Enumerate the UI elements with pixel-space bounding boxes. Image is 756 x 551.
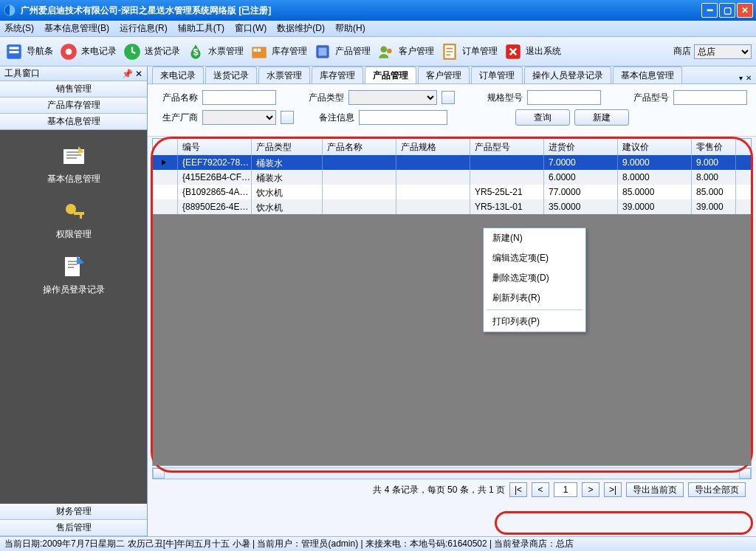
tab-dropdown-icon[interactable]: ▾: [739, 74, 743, 82]
tab-order[interactable]: 订单管理: [471, 66, 523, 83]
tab-loginlog[interactable]: 操作人员登录记录: [524, 66, 611, 83]
table-row[interactable]: {EEF79202-78… 桶装水 7.0000 9.0000 9.000: [153, 155, 751, 170]
col-sale[interactable]: 零售价: [692, 139, 736, 155]
grid-wrap: 编号 产品类型 产品名称 产品规格 产品型号 进货价 建议价 零售价 {EEF7…: [148, 137, 756, 536]
menu-data[interactable]: 数据维护(D): [277, 22, 325, 35]
close-button[interactable]: ✕: [737, 3, 753, 18]
col-select[interactable]: [153, 139, 178, 155]
tool-customer[interactable]: 客户管理: [377, 42, 434, 61]
col-inprice[interactable]: 进货价: [544, 139, 618, 155]
tool-nav-label: 导航条: [27, 45, 53, 58]
sidebar-item-permission[interactable]: 权限管理: [0, 199, 147, 241]
tool-order[interactable]: 订单管理: [440, 42, 498, 61]
pin-icon[interactable]: 📌 ✕: [122, 69, 142, 79]
cell-spec: [396, 199, 470, 214]
page-last-button[interactable]: >|: [604, 482, 622, 497]
page-input[interactable]: [554, 482, 577, 497]
tab-delivery[interactable]: 送货记录: [205, 66, 257, 83]
filter-remark-input[interactable]: [359, 110, 447, 125]
side-section-aftersale[interactable]: 售后管理: [0, 520, 147, 536]
store-select[interactable]: 总店: [694, 44, 752, 59]
new-button[interactable]: 新建: [574, 109, 629, 126]
cell-sale: 9.000: [692, 155, 736, 170]
sidebar-item-baseinfo[interactable]: 基本信息管理: [0, 143, 147, 185]
cell-sale: 39.000: [692, 199, 736, 214]
tool-nav[interactable]: 导航条: [4, 42, 53, 61]
horizontal-scrollbar[interactable]: [152, 468, 752, 479]
col-sugprice[interactable]: 建议价: [618, 139, 692, 155]
tool-ticket[interactable]: $水票管理: [186, 42, 244, 61]
menu-runtime[interactable]: 运行信息(R): [120, 22, 168, 35]
query-button[interactable]: 查询: [515, 109, 570, 126]
tab-calllog[interactable]: 来电记录: [152, 66, 204, 83]
table-row[interactable]: {B1092865-4A… 饮水机 YR5-25L-21 77.0000 85.…: [153, 185, 751, 199]
type-picker-icon[interactable]: [441, 91, 455, 104]
calllog-icon: [59, 42, 78, 61]
filter-model-input[interactable]: [673, 90, 747, 105]
tool-ticket-label: 水票管理: [208, 45, 244, 58]
tool-stock[interactable]: 库存管理: [250, 42, 307, 61]
tab-close-icon[interactable]: ✕: [746, 74, 752, 82]
annotation-highlight: [495, 511, 753, 535]
page-next-button[interactable]: >: [582, 482, 599, 497]
page-summary: 共 4 条记录，每页 50 条，共 1 页: [373, 484, 505, 496]
tab-product[interactable]: 产品管理: [365, 66, 416, 83]
side-section-stock[interactable]: 产品库存管理: [0, 97, 147, 114]
side-section-sales[interactable]: 销售管理: [0, 81, 147, 97]
ctx-print[interactable]: 打印列表(P): [484, 312, 585, 332]
tool-product[interactable]: 产品管理: [313, 42, 371, 61]
export-page-button[interactable]: 导出当前页: [626, 482, 684, 497]
tab-customer[interactable]: 客户管理: [418, 66, 470, 83]
scroll-left-icon[interactable]: [153, 468, 165, 479]
col-name[interactable]: 产品名称: [323, 139, 396, 155]
side-section-finance[interactable]: 财务管理: [0, 504, 147, 520]
table-row[interactable]: {88950E26-4E… 饮水机 YR5-13L-01 35.0000 39.…: [153, 199, 751, 214]
menu-system[interactable]: 系统(S): [4, 22, 34, 35]
page-first-button[interactable]: |<: [509, 482, 527, 497]
side-section-baseinfo[interactable]: 基本信息管理: [0, 114, 147, 130]
ctx-refresh[interactable]: 刷新列表(R): [484, 288, 585, 308]
tool-calllog[interactable]: 来电记录: [59, 42, 117, 61]
export-all-button[interactable]: 导出全部页: [688, 482, 746, 497]
tab-stock[interactable]: 库存管理: [312, 66, 363, 83]
svg-rect-2: [10, 47, 19, 49]
table-row[interactable]: {415E26B4-CF… 桶装水 6.0000 8.0000 8.000: [153, 170, 751, 185]
filter-name-input[interactable]: [202, 90, 276, 105]
scroll-right-icon[interactable]: [739, 468, 751, 479]
cell-inprice: 6.0000: [544, 170, 618, 185]
vendor-picker-icon[interactable]: [281, 111, 294, 124]
menu-help[interactable]: 帮助(H): [335, 22, 365, 35]
cell-type: 饮水机: [252, 199, 323, 214]
menu-bar: 系统(S) 基本信息管理(B) 运行信息(R) 辅助工具(T) 窗口(W) 数据…: [0, 21, 756, 37]
menu-window[interactable]: 窗口(W): [235, 22, 267, 35]
col-spec[interactable]: 产品规格: [396, 139, 470, 155]
col-type[interactable]: 产品类型: [252, 139, 323, 155]
order-icon: [440, 42, 459, 61]
tab-baseinfo[interactable]: 基本信息管理: [613, 66, 682, 83]
tool-delivery-label: 送货记录: [145, 45, 180, 58]
minimize-button[interactable]: ━: [701, 3, 718, 18]
sidebar-item-label: 基本信息管理: [0, 173, 147, 185]
tool-stock-label: 库存管理: [272, 45, 307, 58]
filter-spec-input[interactable]: [527, 90, 601, 105]
filter-type-select[interactable]: [348, 90, 437, 105]
cell-inprice: 7.0000: [544, 155, 618, 170]
context-menu: 新建(N) 编辑选定项(E) 删除选定项(D) 刷新列表(R) 打印列表(P): [483, 227, 586, 332]
status-text: 当前日期:2009年7月7日星期二 农历己丑[牛]年闰五月十五 小暑 | 当前用…: [4, 538, 574, 550]
cell-sale: 8.000: [692, 170, 736, 185]
menu-tools[interactable]: 辅助工具(T): [178, 22, 224, 35]
ctx-delete[interactable]: 删除选定项(D): [484, 268, 585, 288]
menu-baseinfo[interactable]: 基本信息管理(B): [44, 22, 109, 35]
tab-ticket[interactable]: 水票管理: [258, 66, 310, 83]
tab-strip: 来电记录 送货记录 水票管理 库存管理 产品管理 客户管理 订单管理 操作人员登…: [148, 66, 756, 84]
tool-delivery[interactable]: 送货记录: [123, 42, 180, 61]
filter-vendor-select[interactable]: [202, 110, 276, 125]
tool-exit[interactable]: 退出系统: [504, 42, 561, 61]
page-prev-button[interactable]: <: [532, 482, 549, 497]
col-id[interactable]: 编号: [178, 139, 252, 155]
col-model[interactable]: 产品型号: [470, 139, 544, 155]
maximize-button[interactable]: ▢: [719, 3, 735, 18]
ctx-edit[interactable]: 编辑选定项(E): [484, 248, 585, 268]
sidebar-item-loginlog[interactable]: 操作员登录记录: [0, 254, 147, 296]
ctx-new[interactable]: 新建(N): [484, 228, 585, 248]
